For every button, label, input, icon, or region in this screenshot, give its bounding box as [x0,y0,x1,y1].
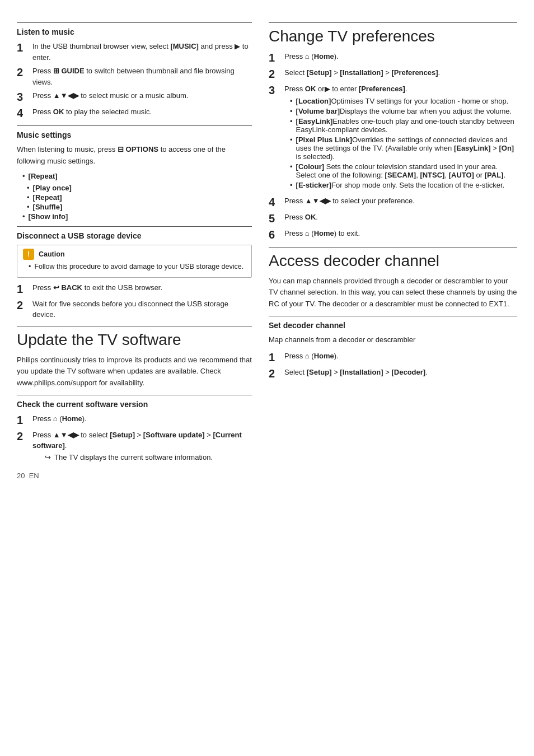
update-tv-software-title: Update the TV software [17,331,252,349]
step-item: 5 Press OK. [269,212,517,225]
step-item: 2 Wait for five seconds before you disco… [17,298,252,320]
bullet-label: [Repeat] [29,172,58,180]
caution-box: ! Caution Follow this procedure to avoid… [17,245,252,278]
set-decoder-intro: Map channels from a decoder or descrambl… [269,334,517,346]
bullet-item: [Show info] [17,212,252,221]
step-number: 1 [17,41,29,54]
step-item: 1 In the USB thumbnail browser view, sel… [17,41,252,63]
preferences-key: [Preferences] [391,68,438,77]
sub-bullet-text: [Repeat] [33,193,62,202]
caution-label: Caution [39,250,65,258]
step-item: 1 Press ⌂ (Home). [269,51,517,64]
step-number: 1 [17,413,29,427]
pref-bullet: [Location]Optimises TV settings for your… [284,97,517,105]
step-item: 6 Press ⌂ (Home) to exit. [269,228,517,241]
volume-bar-key: [Volume bar] [296,107,340,115]
step-number: 2 [17,66,29,79]
disconnect-steps: 1 Press ↩ BACK to exit the USB browser. … [17,282,252,320]
home-label: Home [62,414,82,423]
setup-key: [Setup] [110,431,135,439]
listen-to-music-steps: 1 In the USB thumbnail browser view, sel… [17,41,252,120]
step-text: Press OK to play the selected music. [32,106,152,118]
sub-bullet-text: [Play once] [33,184,72,192]
ok-key: OK [305,213,316,221]
check-software-version-title: Check the current software version [17,400,252,409]
change-tv-preferences-title: Change TV preferences [269,27,517,45]
sub-bullet-item: [Shuffle] [27,203,252,211]
step-number: 3 [17,90,29,104]
back-key: ↩ BACK [53,283,82,292]
arrow-note-text: The TV displays the current software inf… [54,453,213,461]
pal-key: [PAL] [485,171,504,179]
step-text: Press ⌂ (Home). [284,351,339,362]
e-sticker-key: [E-sticker] [296,181,332,189]
home-icon: ⌂ [305,228,310,239]
step-item: 2 Press ▲▼◀▶ to select [Setup] > [Softwa… [17,430,252,461]
easylink-ref: [EasyLink] [454,144,491,152]
repeat-sub-list: [Play once] [Repeat] [Shuffle] [27,184,252,211]
repeat-key: [Repeat] [29,172,58,180]
setup-key2: [Setup] [307,368,332,376]
step-text: Press ⊞ GUIDE to switch between thumbnai… [32,66,252,87]
step-item: 3 Press ▲▼◀▶ to select music or a music … [17,90,252,104]
installation-key2: [Installation] [340,368,383,376]
page-number: 20 EN [17,472,252,480]
music-settings-intro: When listening to music, press ⊟ OPTIONS… [17,144,252,167]
step-item: 3 Press OK or▶ to enter [Preferences]. [… [269,83,517,193]
home-icon: ⌂ [305,51,310,62]
colour-key: [Colour] [296,162,325,171]
arrow-symbol: ↪ [45,453,51,461]
pref-bullet: [Colour] Sets the colour television stan… [284,162,517,179]
setup-key: [Setup] [307,68,332,77]
auto-key: [AUTO] [449,171,474,179]
step-text: Press ▲▼◀▶ to select music or a music al… [32,90,188,101]
pref-bullet: [E-sticker]For shop mode only. Sets the … [284,181,517,189]
step-item: 2 Select [Setup] > [Installation] > [Pre… [269,67,517,81]
pixel-plus-link-key: [Pixel Plus Link] [296,136,352,144]
bullet-item: [Repeat] [17,172,252,180]
page-lang: EN [29,472,39,480]
sub-bullet-text: [Shuffle] [33,203,63,211]
location-key: [Location] [296,97,331,105]
options-key: ⊟ OPTIONS [118,145,158,153]
step-item: 1 Press ⌂ (Home). [269,351,517,364]
preferences-bullets: [Location]Optimises TV settings for your… [284,97,517,189]
step-item: 4 Press ▲▼◀▶ to select your preference. [269,195,517,209]
step-number: 1 [269,51,281,64]
nav-arrows: ▲▼◀▶ [305,197,331,205]
arrow-note: ↪ The TV displays the current software i… [32,453,252,461]
step-item: 2 Press ⊞ GUIDE to switch between thumbn… [17,66,252,87]
set-decoder-channel-title: Set decoder channel [269,321,517,330]
home-label: Home [314,229,334,237]
installation-key: [Installation] [340,68,383,77]
decoder-key: [Decoder] [391,368,425,376]
sub-bullet-item: [Repeat] [27,193,252,202]
pref-bullet: [Volume bar]Displays the volume bar when… [284,107,517,115]
step-item: 1 Press ⌂ (Home). [17,413,252,427]
nav-arrows-2: ▲▼◀▶ [53,431,79,439]
set-decoder-steps: 1 Press ⌂ (Home). 2 Select [Setup] > [In… [269,351,517,380]
home-label: Home [314,52,334,60]
step-number: 1 [269,351,281,364]
step-number: 4 [269,195,281,209]
caution-icon: ! [23,249,34,260]
step-text: Press ⌂ (Home). [284,51,339,62]
step-text: In the USB thumbnail browser view, selec… [32,41,252,63]
step-number: 2 [269,67,281,81]
caution-text: Follow this procedure to avoid damage to… [23,263,246,270]
step-text: Select [Setup] > [Installation] > [Prefe… [284,67,440,78]
change-tv-prefs-steps: 1 Press ⌂ (Home). 2 Select [Setup] > [In… [269,51,517,241]
step-text: Select [Setup] > [Installation] > [Decod… [284,367,428,378]
software-update-key: [Software update] [143,431,205,439]
pref-text: [Pixel Plus Link]Overrides the settings … [296,136,517,161]
pref-text: [E-sticker]For shop mode only. Sets the … [296,181,505,189]
home-icon: ⌂ [53,413,58,424]
pref-bullet: [EasyLink]Enables one-touch play and one… [284,117,517,134]
sub-bullet-item: [Play once] [27,184,252,192]
music-settings-title: Music settings [17,130,252,139]
music-settings-extra-list: [Show info] [17,212,252,221]
step-text: Press ▲▼◀▶ to select your preference. [284,195,415,207]
step-item: 4 Press OK to play the selected music. [17,106,252,120]
step-number: 6 [269,228,281,241]
ntsc-key: [NTSC] [420,171,444,179]
